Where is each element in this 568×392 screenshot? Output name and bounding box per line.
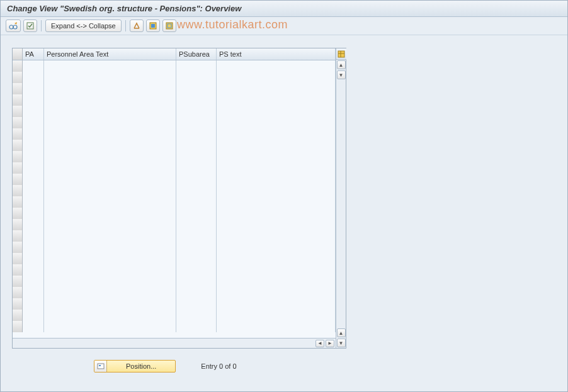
row-selector[interactable] <box>13 310 23 321</box>
cell-pa[interactable] <box>23 128 44 140</box>
cell-pa[interactable] <box>23 242 44 253</box>
cell-pa[interactable] <box>23 94 44 106</box>
cell-ps-text[interactable] <box>217 94 336 106</box>
scroll-down-button[interactable]: ▼ <box>337 70 346 79</box>
cell-pa[interactable] <box>23 106 44 117</box>
cell-pa[interactable] <box>23 208 44 219</box>
table-row[interactable] <box>13 208 336 219</box>
row-selector[interactable] <box>13 72 23 83</box>
table-row[interactable] <box>13 219 336 230</box>
cell-ps-text[interactable] <box>217 117 336 128</box>
cell-pa[interactable] <box>23 140 44 151</box>
row-selector[interactable] <box>13 242 23 253</box>
cell-pa[interactable] <box>23 219 44 230</box>
table-row[interactable] <box>13 128 336 140</box>
row-selector[interactable] <box>13 174 23 185</box>
cell-ps-text[interactable] <box>217 219 336 230</box>
column-header-pa[interactable]: PA <box>23 48 44 60</box>
cell-pa-text[interactable] <box>44 94 176 106</box>
table-row[interactable] <box>13 151 336 162</box>
cell-psubarea[interactable] <box>176 276 217 287</box>
cell-pa-text[interactable] <box>44 128 176 140</box>
row-selector[interactable] <box>13 128 23 140</box>
row-selector[interactable] <box>13 162 23 174</box>
cell-psubarea[interactable] <box>176 242 217 253</box>
cell-pa[interactable] <box>23 162 44 174</box>
row-selector[interactable] <box>13 117 23 128</box>
table-row[interactable] <box>13 310 336 321</box>
cell-pa-text[interactable] <box>44 174 176 185</box>
table-row[interactable] <box>13 264 336 276</box>
cell-psubarea[interactable] <box>176 117 217 128</box>
table-row[interactable] <box>13 106 336 117</box>
cell-ps-text[interactable] <box>217 310 336 321</box>
row-selector[interactable] <box>13 196 23 208</box>
cell-pa-text[interactable] <box>44 196 176 208</box>
scroll-right-button[interactable]: ► <box>326 340 334 347</box>
cell-pa[interactable] <box>23 185 44 196</box>
cell-pa[interactable] <box>23 196 44 208</box>
cell-pa-text[interactable] <box>44 264 176 276</box>
cell-ps-text[interactable] <box>217 162 336 174</box>
row-selector[interactable] <box>13 287 23 298</box>
cell-ps-text[interactable] <box>217 196 336 208</box>
cell-psubarea[interactable] <box>176 321 217 332</box>
cell-psubarea[interactable] <box>176 128 217 140</box>
table-row[interactable] <box>13 276 336 287</box>
cell-psubarea[interactable] <box>176 94 217 106</box>
position-button[interactable]: Position... <box>94 360 176 372</box>
delimit-button[interactable] <box>130 20 144 32</box>
cell-psubarea[interactable] <box>176 230 217 242</box>
cell-pa-text[interactable] <box>44 162 176 174</box>
cell-ps-text[interactable] <box>217 276 336 287</box>
cell-pa-text[interactable] <box>44 151 176 162</box>
scroll-down-end-button[interactable]: ▼ <box>337 339 346 347</box>
row-selector[interactable] <box>13 185 23 196</box>
cell-psubarea[interactable] <box>176 106 217 117</box>
row-selector[interactable] <box>13 208 23 219</box>
cell-pa-text[interactable] <box>44 83 176 94</box>
cell-pa[interactable] <box>23 174 44 185</box>
table-row[interactable] <box>13 72 336 83</box>
cell-pa[interactable] <box>23 298 44 310</box>
table-row[interactable] <box>13 162 336 174</box>
table-row[interactable] <box>13 230 336 242</box>
cell-ps-text[interactable] <box>217 242 336 253</box>
cell-psubarea[interactable] <box>176 287 217 298</box>
cell-psubarea[interactable] <box>176 174 217 185</box>
cell-ps-text[interactable] <box>217 128 336 140</box>
cell-pa-text[interactable] <box>44 253 176 264</box>
cell-pa-text[interactable] <box>44 310 176 321</box>
cell-psubarea[interactable] <box>176 219 217 230</box>
cell-pa-text[interactable] <box>44 321 176 332</box>
row-selector[interactable] <box>13 83 23 94</box>
cell-pa[interactable] <box>23 287 44 298</box>
table-row[interactable] <box>13 242 336 253</box>
cell-ps-text[interactable] <box>217 298 336 310</box>
table-row[interactable] <box>13 253 336 264</box>
cell-pa[interactable] <box>23 151 44 162</box>
cell-pa[interactable] <box>23 230 44 242</box>
cell-ps-text[interactable] <box>217 185 336 196</box>
cell-pa-text[interactable] <box>44 185 176 196</box>
cell-ps-text[interactable] <box>217 208 336 219</box>
scroll-up-end-button[interactable]: ▲ <box>337 328 346 337</box>
cell-ps-text[interactable] <box>217 174 336 185</box>
row-selector[interactable] <box>13 60 23 72</box>
row-selector[interactable] <box>13 253 23 264</box>
cell-pa[interactable] <box>23 83 44 94</box>
select-all-button[interactable] <box>146 20 160 32</box>
row-selector[interactable] <box>13 140 23 151</box>
cell-ps-text[interactable] <box>217 140 336 151</box>
cell-psubarea[interactable] <box>176 185 217 196</box>
cell-pa-text[interactable] <box>44 219 176 230</box>
cell-ps-text[interactable] <box>217 60 336 72</box>
cell-psubarea[interactable] <box>176 83 217 94</box>
cell-psubarea[interactable] <box>176 162 217 174</box>
column-header-psubarea[interactable]: PSubarea <box>176 48 217 60</box>
cell-ps-text[interactable] <box>217 253 336 264</box>
table-row[interactable] <box>13 321 336 332</box>
cell-pa-text[interactable] <box>44 242 176 253</box>
cell-ps-text[interactable] <box>217 321 336 332</box>
table-row[interactable] <box>13 287 336 298</box>
